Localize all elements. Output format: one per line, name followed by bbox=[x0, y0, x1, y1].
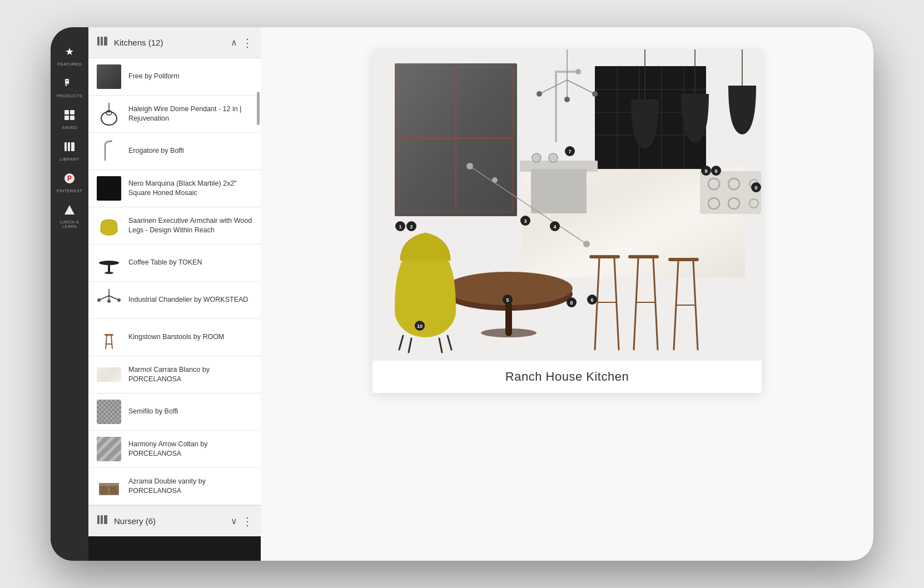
sidebar-item-products[interactable]: PRODUCTS bbox=[51, 70, 88, 102]
svg-point-25 bbox=[105, 272, 113, 274]
sidebar-item-pinterest[interactable]: P PINTEREST bbox=[51, 165, 88, 197]
kitchen-scene: 9 9 8 bbox=[372, 49, 762, 361]
svg-rect-6 bbox=[64, 116, 69, 120]
svg-rect-38 bbox=[100, 486, 108, 494]
svg-text:P: P bbox=[67, 175, 72, 182]
svg-text:8: 8 bbox=[570, 300, 573, 306]
svg-point-89 bbox=[466, 163, 473, 170]
svg-point-31 bbox=[117, 298, 121, 302]
svg-rect-8 bbox=[64, 142, 67, 151]
svg-rect-33 bbox=[105, 334, 113, 336]
svg-rect-59 bbox=[531, 169, 587, 213]
sidebar-label-saved: SAVED bbox=[62, 125, 77, 130]
main-content: 9 9 8 bbox=[261, 27, 873, 561]
sidebar-item-featured[interactable]: ★ FEATURED bbox=[51, 38, 88, 70]
svg-rect-43 bbox=[104, 515, 107, 524]
item-thumb bbox=[96, 250, 122, 276]
svg-text:3: 3 bbox=[524, 218, 526, 224]
svg-rect-10 bbox=[71, 142, 74, 151]
svg-rect-112 bbox=[628, 255, 659, 258]
sidebar-label-pinterest: PINTEREST bbox=[57, 188, 83, 193]
svg-text:4: 4 bbox=[553, 224, 556, 230]
item-name: Haleigh Wire Dome Pendant - 12 in | Reju… bbox=[128, 104, 253, 124]
sidebar-item-lunch[interactable]: LUNCH &LEARN bbox=[51, 197, 88, 232]
pinterest-icon: P bbox=[62, 171, 77, 186]
svg-rect-14 bbox=[97, 37, 100, 46]
board-card[interactable]: 9 9 8 bbox=[372, 49, 762, 393]
kitchens-more-icon[interactable]: ⋮ bbox=[242, 36, 253, 49]
svg-marker-13 bbox=[64, 205, 74, 215]
svg-point-30 bbox=[97, 298, 101, 302]
svg-rect-5 bbox=[70, 110, 74, 114]
svg-rect-7 bbox=[70, 116, 74, 120]
list-item[interactable]: Haleigh Wire Dome Pendant - 12 in | Reju… bbox=[88, 96, 261, 133]
sidebar-label-lunch: LUNCH &LEARN bbox=[60, 220, 79, 228]
kitchens-controls: ∧ ⋮ bbox=[231, 36, 253, 49]
svg-point-18 bbox=[101, 112, 117, 125]
sidebar-item-saved[interactable]: SAVED bbox=[51, 102, 88, 133]
svg-point-87 bbox=[564, 97, 570, 102]
item-name: Marmol Carrara Blanco by PORCELANOSA bbox=[128, 365, 253, 385]
svg-rect-116 bbox=[668, 258, 699, 261]
item-name: Free by Poliform bbox=[128, 72, 253, 82]
board-image: 9 9 8 bbox=[372, 49, 762, 361]
item-name: Erogatore by Boffi bbox=[128, 146, 253, 156]
list-item[interactable]: Free by Poliform bbox=[88, 58, 261, 96]
svg-rect-42 bbox=[101, 515, 103, 524]
svg-text:6: 6 bbox=[590, 297, 593, 303]
kitchens-title: Kitchens (12) bbox=[114, 38, 225, 47]
kitchens-library-icon bbox=[96, 35, 108, 50]
list-item[interactable]: Marmol Carrara Blanco by PORCELANOSA bbox=[88, 356, 261, 393]
kitchens-collapse-icon[interactable]: ∧ bbox=[231, 37, 237, 48]
svg-rect-16 bbox=[104, 37, 107, 46]
saved-icon bbox=[62, 107, 77, 123]
svg-rect-9 bbox=[68, 142, 70, 151]
svg-point-86 bbox=[592, 91, 598, 97]
list-item[interactable]: Saarinen Executive Armchair with Wood Le… bbox=[88, 207, 261, 245]
svg-text:9: 9 bbox=[704, 168, 707, 174]
svg-line-34 bbox=[106, 336, 107, 348]
sidebar-item-library[interactable]: LIBRARY bbox=[51, 133, 88, 165]
library-icon bbox=[62, 139, 77, 155]
kitchens-section-header[interactable]: Kitchens (12) ∧ ⋮ bbox=[88, 27, 261, 58]
svg-line-35 bbox=[111, 336, 112, 348]
list-item[interactable]: Coffee Table by TOKEN bbox=[88, 245, 261, 282]
list-item[interactable]: Nero Marquina (Black Marble) 2x2" Square… bbox=[88, 170, 261, 207]
nursery-section-footer[interactable]: Nursery (6) ∨ ⋮ bbox=[88, 505, 261, 536]
items-list: Free by Poliform Haleigh Wire Dome Penda… bbox=[88, 58, 261, 505]
svg-text:8: 8 bbox=[754, 185, 757, 191]
list-item[interactable]: Erogatore by Boffi bbox=[88, 133, 261, 170]
sidebar-label-library: LIBRARY bbox=[59, 157, 79, 162]
item-name: Coffee Table by TOKEN bbox=[128, 258, 253, 268]
list-item[interactable]: Semifilo by Boffi bbox=[88, 393, 261, 431]
list-item[interactable]: Azrama Double vanity by PORCELANOSA bbox=[88, 468, 261, 505]
svg-rect-41 bbox=[97, 515, 100, 524]
nursery-controls: ∨ ⋮ bbox=[231, 515, 253, 528]
svg-point-90 bbox=[492, 177, 498, 183]
svg-rect-4 bbox=[64, 110, 69, 114]
item-thumb bbox=[96, 213, 122, 238]
item-thumb bbox=[96, 362, 122, 387]
svg-point-91 bbox=[583, 241, 590, 247]
products-icon bbox=[62, 76, 77, 91]
svg-rect-108 bbox=[589, 255, 620, 258]
list-item[interactable]: Industrial Chandelier by WORKSTEAD bbox=[88, 282, 261, 319]
sidebar-label-products: PRODUCTS bbox=[57, 93, 82, 98]
item-thumb bbox=[96, 101, 122, 127]
tablet-frame: ★ FEATURED PRODUCTS bbox=[51, 27, 873, 561]
svg-text:9: 9 bbox=[714, 168, 717, 174]
nursery-more-icon[interactable]: ⋮ bbox=[242, 515, 253, 528]
svg-point-85 bbox=[536, 91, 542, 97]
item-thumb bbox=[96, 287, 122, 313]
svg-point-21 bbox=[110, 140, 112, 142]
svg-point-32 bbox=[107, 300, 111, 303]
panel-list: Kitchens (12) ∧ ⋮ Free by Poliform bbox=[88, 27, 261, 536]
list-item[interactable]: Harmony Arrow Coltan by PORCELANOSA bbox=[88, 431, 261, 468]
panel-list-wrapper: Kitchens (12) ∧ ⋮ Free by Poliform bbox=[88, 27, 261, 561]
nursery-expand-icon[interactable]: ∨ bbox=[231, 516, 237, 526]
item-thumb bbox=[96, 474, 122, 499]
item-thumb bbox=[96, 64, 122, 89]
nursery-library-icon bbox=[96, 514, 108, 529]
scrollbar[interactable] bbox=[257, 92, 260, 125]
list-item[interactable]: Kingstown Barstools by ROOM bbox=[88, 319, 261, 356]
